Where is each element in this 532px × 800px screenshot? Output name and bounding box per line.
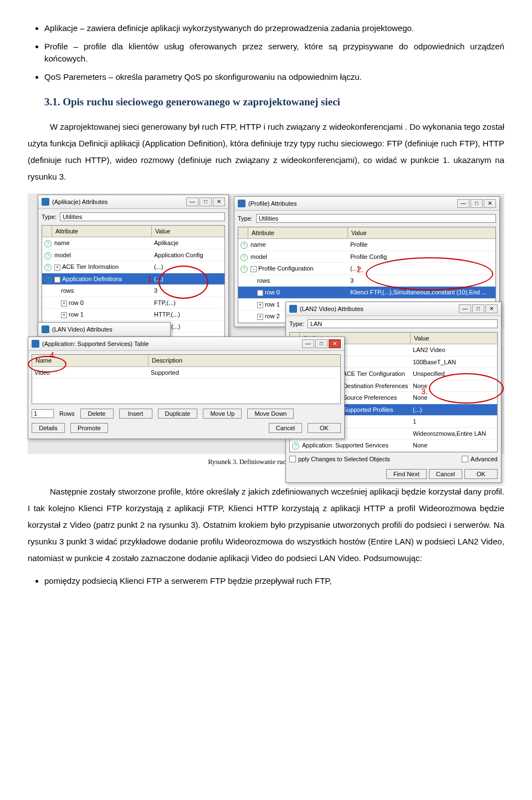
attr-name: ACE Tier Information: [62, 263, 119, 270]
attr-name: row 1: [265, 301, 280, 308]
attribute-row[interactable]: rows3: [238, 275, 495, 287]
duplicate-button[interactable]: Duplicate: [158, 409, 198, 419]
expand-icon[interactable]: +: [61, 300, 67, 307]
attribute-row[interactable]: ?-Application Definitions(...): [42, 273, 224, 286]
ok-button[interactable]: OK: [464, 469, 498, 479]
title-text: (Aplikacje) Attributes: [52, 197, 108, 207]
type-label: Type:: [238, 214, 253, 223]
attr-value: Application Config: [152, 249, 224, 261]
attr-value: Wideorozmowa,Entire LAN: [411, 428, 497, 440]
attr-value: LAN2 Video: [411, 344, 497, 356]
app-icon: [289, 305, 297, 313]
titlebar[interactable]: (LAN Video) Attributes: [38, 323, 170, 337]
move-up-button[interactable]: Move Up: [203, 409, 242, 419]
help-icon: ?: [292, 442, 299, 450]
minimize-icon[interactable]: —: [186, 197, 198, 206]
attr-value: None: [411, 440, 497, 451]
attribute-row[interactable]: ?-Profile Configuration(...): [238, 263, 495, 275]
attribute-row[interactable]: ?nameAplikacje: [42, 237, 224, 249]
close-icon[interactable]: ✕: [485, 304, 498, 313]
minimize-icon[interactable]: —: [457, 199, 469, 208]
insert-button[interactable]: Insert: [119, 409, 152, 419]
titlebar[interactable]: (Aplikacje) Attributes —□✕: [38, 195, 228, 210]
bullet-list: pomiędzy podsiecią Klienci FTP a serwere…: [44, 575, 504, 588]
section-heading: 3.1. Opis ruchu sieciowego generowanego …: [44, 94, 504, 110]
minimize-icon[interactable]: —: [459, 304, 471, 313]
figure-3: (Aplikacje) Attributes —□✕ Type: Attribu…: [28, 193, 504, 454]
move-down-button[interactable]: Move Down: [247, 409, 294, 419]
type-input[interactable]: [308, 319, 498, 328]
attr-name: name: [250, 241, 266, 248]
app-icon: [238, 200, 245, 207]
title-text: (LAN Video) Attributes: [52, 325, 112, 334]
expand-icon[interactable]: -: [54, 277, 60, 283]
attribute-row[interactable]: +row 1HTTP,(...): [42, 309, 224, 321]
title-text: (Profile) Attributes: [248, 199, 296, 208]
bullet-item: QoS Paremeters – określa parametry QoS p…: [44, 71, 504, 84]
titlebar[interactable]: (Profile) Attributes —□✕: [234, 197, 499, 211]
attr-value: 3: [152, 285, 224, 297]
type-label: Type:: [289, 319, 304, 329]
help-icon: ?: [44, 276, 52, 283]
rows-input[interactable]: [32, 409, 54, 418]
attr-value: Profile: [348, 239, 495, 251]
minimize-icon[interactable]: —: [302, 339, 314, 348]
attr-name: row 0: [69, 299, 84, 306]
promote-button[interactable]: Promote: [70, 423, 108, 433]
cancel-button[interactable]: Cancel: [269, 423, 302, 433]
titlebar[interactable]: (Application: Supported Services) Table …: [28, 337, 344, 351]
attr-value: (...): [152, 261, 224, 273]
attr-name: row 0: [265, 289, 280, 295]
attribute-row[interactable]: ?+ACE Tier Information(...): [42, 261, 224, 273]
attr-value: Aplikacje: [152, 237, 224, 249]
close-icon[interactable]: ✕: [213, 197, 225, 206]
attribute-row[interactable]: ?Application: Supported ServicesNone: [290, 440, 497, 452]
attribute-row[interactable]: rows3: [42, 285, 224, 297]
find-next-button[interactable]: Find Next: [386, 469, 427, 479]
attr-name: model: [250, 253, 267, 260]
type-input[interactable]: [60, 212, 225, 221]
type-input[interactable]: [256, 214, 496, 223]
attribute-row[interactable]: ?modelApplication Config: [42, 249, 224, 262]
attribute-row[interactable]: ?nameProfile: [238, 239, 495, 251]
window-lan-video: (LAN Video) Attributes: [38, 322, 171, 338]
checkbox[interactable]: [289, 456, 296, 462]
paragraph: Następnie zostały stworzone profile, któ…: [28, 483, 504, 567]
checkbox[interactable]: [462, 456, 468, 462]
col-attribute: Attribute: [52, 226, 152, 237]
attr-value: (...): [152, 273, 224, 285]
attr-name: Application Definitions: [62, 276, 122, 282]
maximize-icon[interactable]: □: [470, 199, 483, 208]
attribute-row[interactable]: ?modelProfile Config: [238, 251, 495, 263]
services-grid: NameDescription VideoSupported: [32, 354, 341, 404]
expand-icon[interactable]: +: [257, 314, 263, 320]
close-icon[interactable]: ✕: [484, 199, 496, 208]
expand-icon[interactable]: +: [61, 312, 67, 318]
titlebar[interactable]: (LAN2 Video) Attributes —□✕: [286, 302, 501, 317]
close-icon[interactable]: ✕: [329, 339, 341, 348]
attr-name: Application: Supported Services: [302, 442, 388, 449]
attribute-row[interactable]: +row 0Klienci FTP,(...),Simultaneous,con…: [238, 287, 495, 299]
details-button[interactable]: Details: [32, 423, 65, 433]
attr-value: HTTP,(...): [152, 309, 224, 320]
expand-icon[interactable]: +: [257, 302, 263, 308]
bullet-item: Profile – profile dla klientów usług ofe…: [44, 40, 504, 65]
attr-name: rows: [61, 287, 74, 294]
cancel-button[interactable]: Cancel: [429, 469, 462, 479]
table-row[interactable]: VideoSupported: [32, 367, 340, 379]
maximize-icon[interactable]: □: [200, 197, 212, 206]
app-icon: [32, 340, 39, 348]
delete-button[interactable]: Delete: [80, 409, 114, 419]
expand-icon[interactable]: +: [54, 264, 60, 271]
attr-value: (...): [348, 263, 495, 274]
cell-desc: Supported: [149, 367, 340, 379]
maximize-icon[interactable]: □: [472, 304, 484, 313]
maximize-icon[interactable]: □: [315, 339, 328, 348]
help-icon: ?: [44, 264, 52, 271]
expand-icon[interactable]: +: [257, 290, 263, 296]
attr-name: Profile Configuration: [258, 265, 314, 272]
attribute-row[interactable]: +row 0FTP,(...): [42, 297, 224, 309]
expand-icon[interactable]: -: [250, 266, 257, 272]
ok-button[interactable]: OK: [308, 423, 341, 433]
help-icon: ?: [241, 254, 248, 261]
